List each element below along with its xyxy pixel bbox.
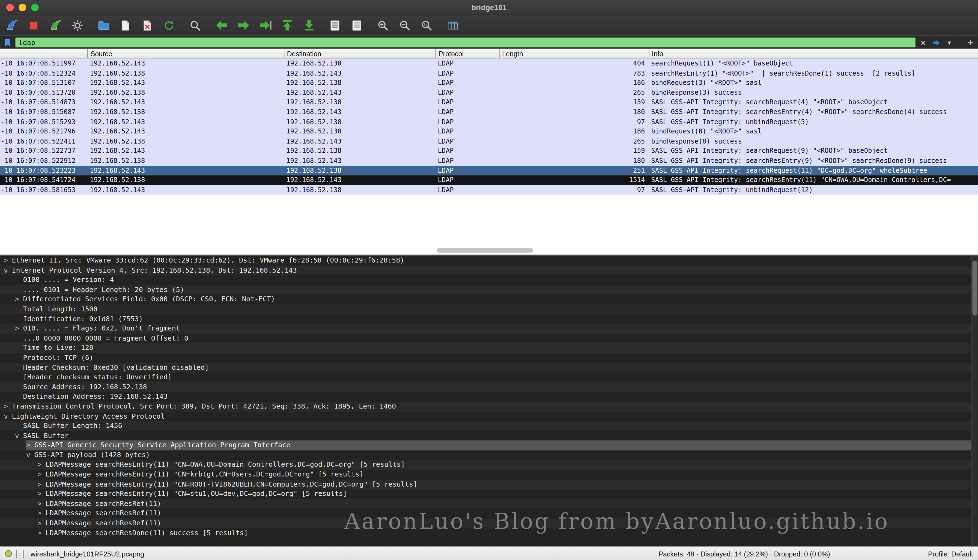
packet-row[interactable]: -10 16:07:08.511997192.168.52.143192.168…: [0, 59, 978, 68]
expand-icon[interactable]: >: [15, 295, 23, 305]
detail-row[interactable]: SASL Buffer Length: 1456: [0, 421, 978, 431]
filter-bookmark-button[interactable]: [2, 37, 13, 48]
packet-row[interactable]: -10 16:07:08.522411192.168.52.138192.168…: [0, 137, 978, 146]
collapse-icon[interactable]: v: [4, 265, 12, 275]
stop-capture-button[interactable]: [26, 17, 42, 33]
detail-row[interactable]: >Transmission Control Protocol, Src Port…: [0, 402, 978, 412]
detail-row[interactable]: >LDAPMessage searchResDone(11) success […: [0, 528, 978, 538]
packet-row[interactable]: -10 16:07:08.522912192.168.52.138192.168…: [0, 156, 978, 166]
expert-info-icon[interactable]: [5, 550, 12, 557]
close-window-button[interactable]: [6, 3, 13, 11]
horizontal-scrollbar[interactable]: [0, 248, 978, 253]
filter-apply-button[interactable]: [931, 37, 942, 48]
profile-label[interactable]: Profile: Default: [928, 550, 973, 557]
reload-file-button[interactable]: [161, 17, 177, 33]
find-packet-button[interactable]: [187, 17, 203, 33]
zoom-out-button[interactable]: [397, 17, 413, 33]
restart-capture-button[interactable]: [47, 17, 63, 33]
packet-row[interactable]: -10 16:07:08.522737192.168.52.143192.168…: [0, 146, 978, 156]
detail-row[interactable]: vGSS-API payload (1428 bytes): [0, 450, 978, 460]
packet-row[interactable]: -10 16:07:08.541724192.168.52.138192.168…: [0, 175, 978, 185]
expand-icon[interactable]: >: [4, 402, 12, 412]
detail-row[interactable]: >LDAPMessage searchResRef(11): [0, 518, 978, 528]
expand-icon[interactable]: >: [37, 499, 45, 509]
expand-icon[interactable]: >: [37, 528, 45, 538]
detail-row[interactable]: vSASL Buffer: [0, 431, 978, 441]
zoom-original-button[interactable]: 1:1: [418, 17, 435, 33]
expand-icon[interactable]: >: [37, 460, 45, 470]
save-file-button[interactable]: [117, 17, 133, 33]
detail-row[interactable]: ...0 0000 0000 0000 = Fragment Offset: 0: [0, 333, 978, 343]
packet-row[interactable]: -10 16:07:08.521796192.168.52.143192.168…: [0, 127, 978, 137]
detail-row[interactable]: >LDAPMessage searchResEntry(11) "CN=ROOT…: [0, 480, 978, 489]
filter-clear-button[interactable]: ×: [917, 37, 929, 48]
expand-icon[interactable]: >: [37, 470, 45, 480]
first-packet-button[interactable]: [279, 17, 295, 33]
go-back-button[interactable]: [213, 17, 230, 33]
packet-row[interactable]: -10 16:07:08.515293192.168.52.143192.168…: [0, 117, 978, 127]
details-scrollbar-thumb[interactable]: [972, 261, 977, 315]
resize-columns-button[interactable]: [445, 17, 461, 33]
detail-row[interactable]: >LDAPMessage searchResEntry(11) "CN=krbt…: [0, 470, 978, 480]
column-header-time[interactable]: [0, 48, 87, 58]
detail-row[interactable]: >LDAPMessage searchResEntry(11) "CN=stu1…: [0, 489, 978, 499]
expand-icon[interactable]: >: [4, 256, 12, 265]
packet-row[interactable]: -10 16:07:08.512324192.168.52.138192.168…: [0, 68, 978, 78]
start-capture-button[interactable]: [4, 17, 20, 33]
go-forward-button[interactable]: [235, 17, 251, 33]
packet-row[interactable]: -10 16:07:08.581653192.168.52.143192.168…: [0, 185, 978, 195]
collapse-icon[interactable]: v: [26, 450, 34, 460]
column-header-length[interactable]: Length: [499, 48, 649, 58]
detail-row[interactable]: vLightweight Directory Access Protocol: [0, 411, 978, 421]
detail-row[interactable]: Source Address: 192.168.52.138: [0, 382, 978, 392]
detail-row[interactable]: Destination Address: 192.168.52.143: [0, 392, 978, 402]
column-header-info[interactable]: Info: [649, 48, 978, 58]
expand-icon[interactable]: >: [37, 518, 45, 528]
expand-icon[interactable]: >: [37, 509, 45, 518]
detail-row[interactable]: vInternet Protocol Version 4, Src: 192.1…: [0, 265, 978, 275]
packet-row[interactable]: -10 16:07:08.515087192.168.52.138192.168…: [0, 107, 978, 117]
detail-row[interactable]: >Ethernet II, Src: VMware_33:cd:62 (00:0…: [0, 256, 978, 265]
display-filter-input[interactable]: [15, 37, 916, 47]
details-scrollbar[interactable]: [971, 256, 978, 547]
close-file-button[interactable]: [139, 17, 155, 33]
horizontal-scrollbar-thumb[interactable]: [437, 248, 533, 253]
filter-dropdown-button[interactable]: ▾: [944, 37, 955, 48]
packet-row[interactable]: -10 16:07:08.523223192.168.52.143192.168…: [0, 166, 978, 175]
detail-row[interactable]: >010. .... = Flags: 0x2, Don't fragment: [0, 324, 978, 334]
detail-row[interactable]: Time to Live: 128: [0, 343, 978, 353]
packet-row[interactable]: -10 16:07:08.514873192.168.52.143192.168…: [0, 97, 978, 107]
capture-options-button[interactable]: [69, 17, 85, 33]
detail-row[interactable]: >LDAPMessage searchResEntry(11) "CN=OWA,…: [0, 460, 978, 470]
zoom-in-button[interactable]: [375, 17, 391, 33]
detail-row[interactable]: >LDAPMessage searchResRef(11): [0, 509, 978, 518]
column-header-source[interactable]: Source: [87, 48, 284, 58]
filter-add-button[interactable]: +: [965, 37, 976, 48]
detail-row[interactable]: Identification: 0x1d81 (7553): [0, 314, 978, 324]
column-header-protocol[interactable]: Protocol: [435, 48, 499, 58]
detail-row[interactable]: 0100 .... = Version: 4: [0, 275, 978, 285]
zoom-window-button[interactable]: [31, 3, 38, 11]
packet-row[interactable]: -10 16:07:08.513107192.168.52.143192.168…: [0, 78, 978, 88]
open-file-button[interactable]: [95, 17, 112, 33]
detail-row[interactable]: Header Checksum: 0xed30 [validation disa…: [0, 363, 978, 373]
expand-icon[interactable]: >: [26, 440, 34, 450]
minimize-window-button[interactable]: [19, 3, 26, 11]
detail-row[interactable]: .... 0101 = Header Length: 20 bytes (5): [0, 285, 978, 295]
auto-scroll-button[interactable]: [349, 17, 365, 33]
detail-row[interactable]: Total Length: 1500: [0, 304, 978, 314]
expand-icon[interactable]: >: [37, 489, 45, 499]
detail-row[interactable]: >LDAPMessage searchResRef(11): [0, 499, 978, 509]
detail-row[interactable]: Protocol: TCP (6): [0, 353, 978, 363]
collapse-icon[interactable]: v: [4, 411, 12, 421]
expand-icon[interactable]: >: [15, 324, 23, 334]
column-header-destination[interactable]: Destination: [284, 48, 435, 58]
go-to-packet-button[interactable]: [257, 17, 273, 33]
capture-comment-icon[interactable]: [16, 549, 23, 558]
colorize-packets-button[interactable]: [327, 17, 343, 33]
packet-row[interactable]: -10 16:07:08.513720192.168.52.138192.168…: [0, 88, 978, 98]
expand-icon[interactable]: >: [37, 480, 45, 489]
last-packet-button[interactable]: [301, 17, 317, 33]
detail-row[interactable]: >GSS-API Generic Security Service Applic…: [0, 440, 978, 450]
detail-row[interactable]: [Header checksum status: Unverified]: [0, 373, 978, 382]
